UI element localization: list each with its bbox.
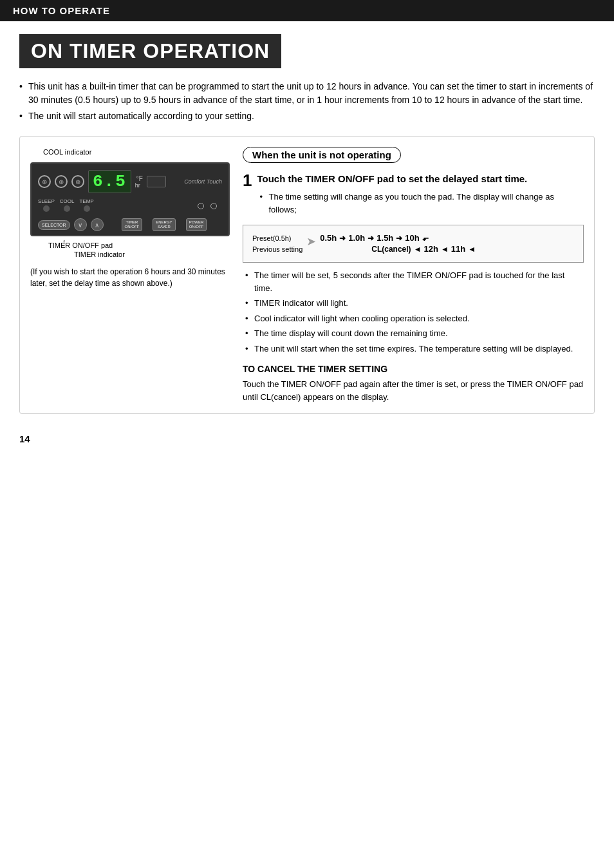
step-1-bullets: The time setting will change as you touc… [259, 191, 584, 216]
arrow-1: ➜ [339, 234, 346, 243]
cancel-section-title: TO CANCEL THE TIMER SETTING [243, 364, 584, 374]
main-content: ON TIMER OPERATION This unit has a built… [0, 21, 614, 427]
comfort-touch: Comfort Touch [184, 178, 222, 185]
target-icon-1: ⊕ [38, 175, 51, 188]
bottom-labels: ↑ TIMER ON/OFF pad [30, 241, 230, 249]
cool-indicator: COOL [60, 198, 75, 213]
sub-bullet-4: Cool indicator will light when cooling o… [245, 312, 584, 325]
indicator-circle-2 [210, 203, 217, 209]
preset-labels: Preset(0.5h) Previous setting [252, 233, 302, 254]
up-arrow-button[interactable]: ∧ [91, 218, 104, 231]
right-indicators [99, 203, 222, 209]
sub-bullet-2: The timer will be set, 5 seconds after t… [245, 269, 584, 294]
preset-label: Preset(0.5h) [252, 233, 302, 244]
sub-bullet-1: The time setting will change as you touc… [259, 191, 584, 216]
arrow-connector: ➤ [306, 234, 316, 249]
down-arrow-button[interactable]: ∨ [74, 218, 87, 231]
seq4: 10h [405, 233, 419, 243]
step-1-content: Touch the TIMER ON/OFF pad to set the de… [257, 172, 584, 218]
intro-bullet-1: This unit has a built-in timer that can … [19, 80, 595, 107]
arrow-top-right: ⬐ [422, 234, 429, 243]
digital-display: 6.5 [88, 170, 131, 193]
temp-label: TEMP [79, 198, 93, 204]
indicator-circle-1 [198, 203, 204, 209]
cancel-row: CL(cancel) ◄ 12h ◄ 11h ◄ [320, 244, 476, 254]
hr-label: hr [135, 182, 140, 189]
header-title: HOW TO OPERATE [13, 5, 110, 16]
seq2: 1.0h [348, 233, 365, 243]
page-title: ON TIMER OPERATION [19, 34, 281, 68]
cool-diag-label: COOL [60, 198, 75, 204]
temp-dot [84, 205, 90, 212]
timer-diagram-inner: Preset(0.5h) Previous setting ➤ 0.5h ➜ 1… [252, 233, 574, 254]
diagram-caption: (If you wish to start the operation 6 ho… [30, 266, 230, 289]
cancel-label: CL(cancel) [371, 245, 411, 254]
ac-display: ⊕ ⊕ ⊕ 6.5 °F hr Comfort Touch [30, 162, 230, 236]
intro-bullet-2: The unit will start automatically accord… [19, 109, 595, 123]
ac-middle-row: SLEEP COOL TEMP [38, 198, 222, 213]
cool-indicator-label: COOL indicator [43, 148, 91, 156]
step-1-title: Touch the TIMER ON/OFF pad to set the de… [257, 172, 584, 185]
left-panel: COOL indicator ⊕ ⊕ ⊕ 6.5 °F hr [30, 147, 230, 403]
sub-bullets-continued: The timer will be set, 5 seconds after t… [245, 269, 584, 355]
cancel-arrow-2: ◄ [441, 245, 449, 254]
sub-bullet-3: TIMER indicator will light. [245, 297, 584, 310]
sequence-block: 0.5h ➜ 1.0h ➜ 1.5h ➜ 10h ⬐ CL(cancel) ◄ [320, 233, 476, 254]
timer-on-off-button[interactable]: TIMERON/OFF [122, 218, 143, 231]
temp-indicator: TEMP [79, 198, 93, 213]
energy-saver-button[interactable]: ENERGYSAVER [153, 218, 175, 231]
target-icon-2: ⊕ [55, 175, 68, 188]
timer-pad-arrow: ↑ [62, 238, 66, 245]
ac-bottom-row: SELECTOR ∨ ∧ TIMERON/OFF ENERGYSAVER POW… [38, 218, 222, 231]
seq6: 11h [451, 244, 465, 254]
step-1-row: 1 Touch the TIMER ON/OFF pad to set the … [243, 172, 584, 218]
mode-box [147, 176, 166, 187]
seq1: 0.5h [320, 233, 337, 243]
ac-top-row: ⊕ ⊕ ⊕ 6.5 °F hr Comfort Touch [38, 170, 222, 193]
previous-label: Previous setting [252, 244, 302, 255]
right-panel: When the unit is not operating 1 Touch t… [243, 147, 584, 403]
degree-symbol: °F [136, 175, 143, 182]
header-bar: HOW TO OPERATE [0, 0, 614, 21]
cancel-arrow-1: ◄ [414, 245, 422, 254]
sub-bullet-5: The time display will count down the rem… [245, 327, 584, 340]
target-icon-3: ⊕ [71, 175, 84, 188]
arrow-3: ➜ [396, 234, 402, 243]
cool-dot [64, 205, 70, 212]
power-on-off-button[interactable]: POWERON/OFF [186, 218, 207, 231]
selector-button[interactable]: SELECTOR [38, 220, 70, 230]
timer-sequence-top: 0.5h ➜ 1.0h ➜ 1.5h ➜ 10h ⬐ [320, 233, 476, 243]
sleep-label: SLEEP [38, 198, 55, 204]
cancel-arrow-3: ◄ [468, 245, 476, 254]
content-box: COOL indicator ⊕ ⊕ ⊕ 6.5 °F hr [19, 136, 595, 414]
digital-value: 6.5 [93, 172, 127, 191]
when-operating-badge: When the unit is not operating [243, 147, 401, 163]
intro-bullets: This unit has a built-in timer that can … [19, 80, 595, 123]
step-number-1: 1 [243, 172, 252, 218]
selector-label: SELECTOR [42, 223, 66, 227]
page-number: 14 [0, 427, 614, 451]
timer-diagram: Preset(0.5h) Previous setting ➤ 0.5h ➜ 1… [243, 225, 584, 263]
sleep-dot [43, 205, 50, 212]
seq5: 12h [424, 244, 438, 254]
cancel-description: Touch the TIMER ON/OFF pad again after t… [243, 378, 584, 403]
timer-on-off-pad-label: TIMER ON/OFF pad [48, 241, 113, 249]
arrow-2: ➜ [367, 234, 374, 243]
timer-indicator-label: TIMER indicator [74, 250, 230, 258]
seq3: 1.5h [377, 233, 393, 243]
sub-bullet-6: The unit will start when the set time ex… [245, 343, 584, 355]
sleep-indicator: SLEEP [38, 198, 55, 213]
